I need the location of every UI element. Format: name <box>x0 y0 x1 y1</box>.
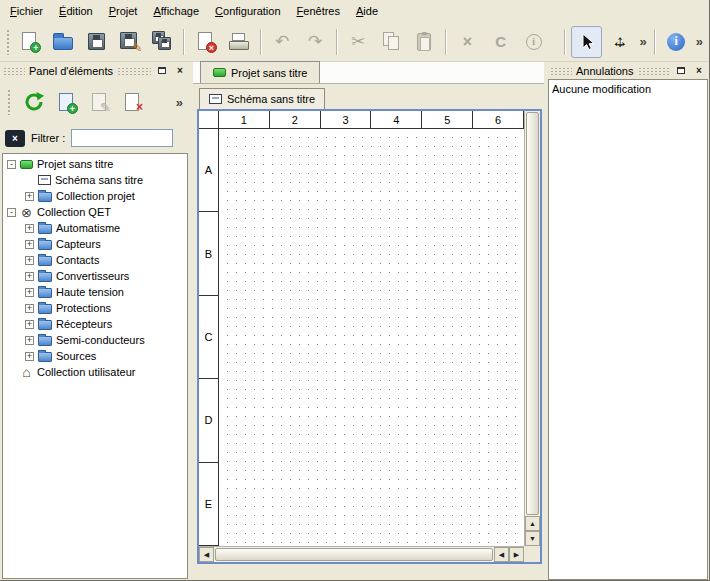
scroll-up-button[interactable]: ▲ <box>525 516 540 531</box>
delete-element-button[interactable]: × <box>119 88 147 116</box>
toolbar-overflow-right-button[interactable]: » <box>693 34 706 49</box>
scroll-left-button[interactable]: ◀ <box>199 547 214 562</box>
tree-item-convertisseurs[interactable]: + Convertisseurs <box>3 268 187 284</box>
about-button[interactable]: i <box>661 26 692 58</box>
vertical-scrollbar[interactable]: ▲ ▼ <box>524 111 540 546</box>
expander-icon[interactable]: + <box>25 256 34 265</box>
tree-item-collection-qet[interactable]: - ⊗ Collection QET <box>3 204 187 220</box>
vscroll-thumb[interactable] <box>526 112 539 515</box>
row-header: C <box>199 296 218 379</box>
toolbar-grip[interactable] <box>7 89 12 115</box>
tree-item-protections[interactable]: + Protections <box>3 300 187 316</box>
expander-icon[interactable]: + <box>25 352 34 361</box>
dock-grip[interactable] <box>117 67 151 75</box>
toolbar-separator <box>445 29 447 55</box>
toolbar-grip[interactable] <box>6 29 11 55</box>
row-header: D <box>199 379 218 462</box>
tree-item-automatisme[interactable]: + Automatisme <box>3 220 187 236</box>
expander-icon[interactable]: - <box>7 160 16 169</box>
filter-input[interactable] <box>71 129 173 147</box>
close-file-button[interactable]: × <box>190 26 221 58</box>
open-button[interactable] <box>48 26 79 58</box>
copy-button <box>376 26 407 58</box>
dock-close-button[interactable]: × <box>173 64 187 78</box>
schema-icon <box>38 175 51 185</box>
expander-icon[interactable]: - <box>7 208 16 217</box>
scroll-left-secondary-button[interactable]: ◀ <box>494 547 509 562</box>
menu-configuration[interactable]: Configuration <box>207 2 288 20</box>
menu-edition[interactable]: Édition <box>51 2 101 20</box>
menu-projet[interactable]: Projet <box>101 2 146 20</box>
scroll-right-button[interactable]: ▶ <box>509 547 524 562</box>
save-icon <box>88 33 105 50</box>
horizontal-scrollbar[interactable]: ◀ ◀ ▶ <box>199 546 524 562</box>
dock-grip[interactable] <box>550 67 572 75</box>
select-tool-button[interactable] <box>571 26 602 58</box>
tree-item-collection-utilisateur[interactable]: ⌂ Collection utilisateur <box>3 364 187 380</box>
new-document-button[interactable]: + <box>15 26 46 58</box>
tree-item-contacts[interactable]: + Contacts <box>3 252 187 268</box>
schema-canvas[interactable] <box>219 129 524 546</box>
tree-item-label: Collection QET <box>37 206 111 218</box>
expander-icon[interactable]: + <box>25 288 34 297</box>
tree-item-semi-conducteurs[interactable]: + Semi-conducteurs <box>3 332 187 348</box>
dock-close-button[interactable]: × <box>692 64 706 78</box>
new-element-button[interactable]: + <box>53 88 81 116</box>
column-header: 1 <box>219 111 270 128</box>
delete-icon: × <box>463 33 472 51</box>
expander-icon[interactable]: + <box>25 240 34 249</box>
tree-item-label: Haute tension <box>56 286 124 298</box>
tree-item-recepteurs[interactable]: + Récepteurs <box>3 316 187 332</box>
rotate-icon: C <box>495 33 506 50</box>
schema-tab-label: Schéma sans titre <box>227 93 315 105</box>
tree-item-label: Capteurs <box>56 238 101 250</box>
tree-item-projet-sans-titre[interactable]: - Projet sans titre <box>3 156 187 172</box>
toolbar-overflow-button[interactable]: » <box>636 34 649 49</box>
elements-panel-titlebar[interactable]: Panel d'éléments × <box>0 62 190 79</box>
reload-collections-button[interactable] <box>20 88 48 116</box>
menu-fenetres[interactable]: Fenêtres <box>289 2 348 20</box>
toolbar-separator <box>654 29 656 55</box>
menu-fichier[interactable]: Fichier <box>2 2 51 20</box>
expander-icon[interactable]: + <box>25 224 34 233</box>
toolbar-separator <box>564 29 566 55</box>
toolbar-separator <box>260 29 262 55</box>
save-all-button[interactable] <box>147 26 178 58</box>
tree-item-label: Récepteurs <box>56 318 112 330</box>
undo-dock: Annulations × Aucune modification <box>547 62 709 581</box>
expander-icon[interactable]: + <box>25 336 34 345</box>
tab-projet-sans-titre[interactable]: Projet sans titre <box>200 61 320 83</box>
expander-icon[interactable]: + <box>25 272 34 281</box>
tree-item-schema-sans-titre[interactable]: Schéma sans titre <box>3 172 187 188</box>
tree-item-sources[interactable]: + Sources <box>3 348 187 364</box>
undo-list-item[interactable]: Aucune modification <box>552 82 704 97</box>
hscroll-thumb[interactable] <box>215 548 493 561</box>
save-button[interactable] <box>81 26 112 58</box>
scroll-down-button[interactable]: ▼ <box>525 531 540 546</box>
copy-icon <box>382 32 401 51</box>
dock-float-button[interactable] <box>674 64 688 78</box>
ruler-corner <box>199 111 219 129</box>
tree-item-capteurs[interactable]: + Capteurs <box>3 236 187 252</box>
undo-dock-titlebar[interactable]: Annulations × <box>547 62 709 79</box>
schema-tabbar: Schéma sans titre <box>197 86 542 109</box>
panel-toolbar-overflow-button[interactable]: » <box>173 95 186 110</box>
move-tool-button[interactable]: ↔↕ <box>604 26 635 58</box>
column-header: 5 <box>422 111 473 128</box>
undo-history-list: Aucune modification <box>548 79 708 580</box>
print-button[interactable] <box>223 26 254 58</box>
elements-panel-dock: Panel d'éléments × + <box>0 62 190 581</box>
clear-filter-button[interactable]: × <box>5 130 25 147</box>
tree-item-collection-projet[interactable]: + Collection projet <box>3 188 187 204</box>
menu-aide[interactable]: Aide <box>348 2 386 20</box>
dock-grip[interactable] <box>3 67 25 75</box>
expander-icon[interactable]: + <box>25 304 34 313</box>
menu-affichage[interactable]: Affichage <box>145 2 207 20</box>
expander-icon[interactable]: + <box>25 320 34 329</box>
tree-item-haute-tension[interactable]: + Haute tension <box>3 284 187 300</box>
dock-float-button[interactable] <box>155 64 169 78</box>
dock-grip[interactable] <box>638 67 671 75</box>
expander-icon[interactable]: + <box>25 192 34 201</box>
save-as-button[interactable]: ✎ <box>114 26 145 58</box>
tab-schema-sans-titre[interactable]: Schéma sans titre <box>199 88 325 109</box>
